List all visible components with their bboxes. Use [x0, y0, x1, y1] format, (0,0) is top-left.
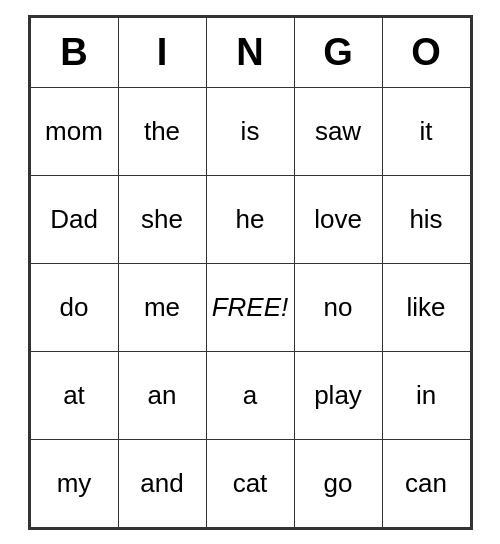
table-cell: can — [382, 439, 470, 527]
table-cell: is — [206, 87, 294, 175]
table-cell: saw — [294, 87, 382, 175]
table-cell: an — [118, 351, 206, 439]
table-cell: go — [294, 439, 382, 527]
table-cell: me — [118, 263, 206, 351]
header-row: B I N G O — [30, 17, 470, 87]
table-row: atanaplayin — [30, 351, 470, 439]
bingo-card: B I N G O momtheissawitDadshehelovehisdo… — [28, 15, 473, 530]
table-cell: Dad — [30, 175, 118, 263]
table-cell: in — [382, 351, 470, 439]
table-cell: love — [294, 175, 382, 263]
table-cell: my — [30, 439, 118, 527]
table-cell: the — [118, 87, 206, 175]
table-row: domeFREE!nolike — [30, 263, 470, 351]
table-cell: no — [294, 263, 382, 351]
table-row: momtheissawit — [30, 87, 470, 175]
table-cell: at — [30, 351, 118, 439]
col-i: I — [118, 17, 206, 87]
table-row: Dadshehelovehis — [30, 175, 470, 263]
table-cell: like — [382, 263, 470, 351]
table-cell: his — [382, 175, 470, 263]
table-cell: play — [294, 351, 382, 439]
table-cell: cat — [206, 439, 294, 527]
col-g: G — [294, 17, 382, 87]
table-row: myandcatgocan — [30, 439, 470, 527]
table-cell: a — [206, 351, 294, 439]
table-cell: mom — [30, 87, 118, 175]
table-cell: FREE! — [206, 263, 294, 351]
col-b: B — [30, 17, 118, 87]
col-n: N — [206, 17, 294, 87]
col-o: O — [382, 17, 470, 87]
table-cell: she — [118, 175, 206, 263]
bingo-body: momtheissawitDadshehelovehisdomeFREE!nol… — [30, 87, 470, 527]
table-cell: he — [206, 175, 294, 263]
bingo-table: B I N G O momtheissawitDadshehelovehisdo… — [30, 17, 471, 528]
table-cell: and — [118, 439, 206, 527]
table-cell: do — [30, 263, 118, 351]
table-cell: it — [382, 87, 470, 175]
